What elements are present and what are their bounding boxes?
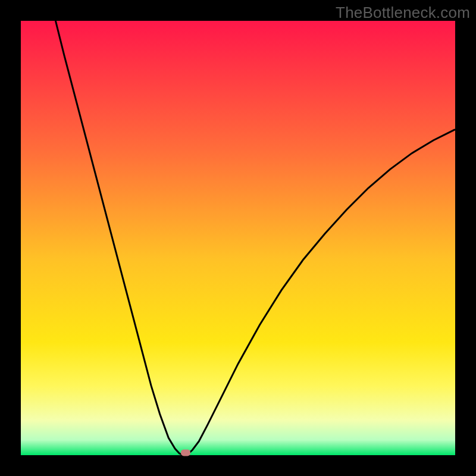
chart-frame: TheBottleneck.com: [0, 0, 476, 476]
chart-svg: [21, 21, 455, 455]
chart-background: [21, 21, 455, 455]
data-marker: [181, 450, 190, 456]
watermark-text: TheBottleneck.com: [336, 4, 470, 22]
